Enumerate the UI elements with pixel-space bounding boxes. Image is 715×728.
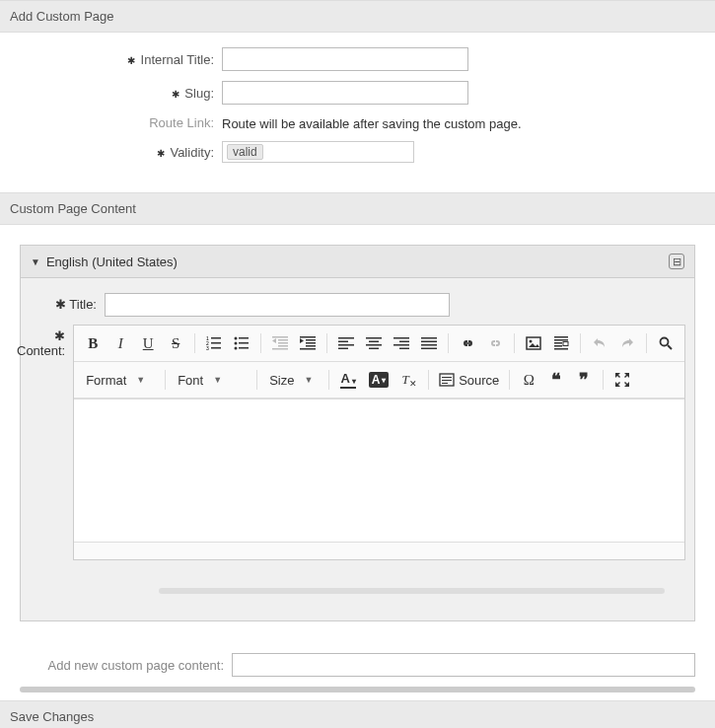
svg-rect-3	[211, 342, 221, 344]
collapse-icon[interactable]: ⊟	[669, 254, 684, 269]
strikethrough-button[interactable]: S	[163, 330, 188, 356]
svg-rect-45	[554, 339, 568, 341]
bullet-list-button[interactable]	[229, 330, 254, 356]
custom-page-content-body: ▼ English (United States) ⊟ ✱ Title: ✱ C…	[0, 225, 715, 641]
svg-line-51	[668, 345, 672, 349]
svg-text:3: 3	[206, 345, 209, 351]
internal-title-label: ✱ Internal Title:	[10, 52, 222, 67]
svg-rect-17	[272, 348, 288, 350]
accordion-header[interactable]: ▼ English (United States) ⊟	[20, 245, 695, 278]
format-dropdown[interactable]: Format▼	[80, 367, 159, 393]
svg-rect-35	[399, 348, 409, 350]
find-button[interactable]	[653, 330, 679, 356]
undo-button[interactable]	[587, 330, 612, 356]
svg-point-10	[235, 347, 238, 350]
svg-rect-38	[421, 344, 437, 346]
underline-button[interactable]: U	[135, 330, 161, 356]
svg-rect-49	[554, 348, 568, 350]
align-left-button[interactable]	[333, 330, 359, 356]
route-link-label: Route Link:	[10, 115, 222, 130]
svg-rect-32	[393, 337, 409, 339]
route-link-text: Route will be available after saving the…	[222, 114, 705, 131]
font-dropdown[interactable]: Font▼	[172, 367, 250, 393]
redo-button[interactable]	[614, 330, 640, 356]
svg-rect-53	[442, 377, 452, 378]
editor-horizontal-scrollbar[interactable]	[31, 588, 684, 596]
editor-toolbar-row-1: B I U S 123	[74, 326, 684, 362]
special-char-button[interactable]: Ω	[516, 367, 541, 393]
svg-marker-13	[272, 338, 276, 343]
numbered-list-button[interactable]: 123	[201, 330, 227, 356]
section-header-custom-page-content: Custom Page Content	[0, 192, 715, 225]
accordion-body: ✱ Title: ✱ Content: B I U S 123	[20, 278, 695, 621]
svg-rect-30	[366, 344, 382, 346]
svg-rect-16	[278, 345, 288, 347]
svg-rect-20	[306, 339, 316, 341]
slug-label: ✱ Slug:	[10, 86, 222, 101]
title-input[interactable]	[105, 293, 450, 317]
slug-input[interactable]	[222, 81, 468, 105]
svg-marker-19	[300, 338, 304, 343]
svg-rect-31	[369, 348, 379, 350]
svg-rect-33	[399, 341, 409, 343]
svg-rect-28	[366, 337, 382, 339]
svg-rect-47	[563, 342, 568, 346]
source-button[interactable]: Source	[435, 372, 503, 388]
link-button[interactable]	[455, 330, 480, 356]
rich-text-editor: B I U S 123	[73, 325, 685, 560]
svg-rect-34	[393, 344, 409, 346]
svg-rect-12	[272, 336, 288, 338]
svg-rect-27	[338, 348, 348, 350]
svg-rect-7	[239, 337, 249, 339]
svg-rect-29	[369, 341, 379, 343]
quote-right-button[interactable]: ❞	[571, 367, 597, 393]
chevron-down-icon: ▼	[31, 256, 40, 267]
svg-rect-48	[554, 345, 562, 347]
svg-rect-40	[465, 342, 470, 344]
remove-format-button[interactable]: T✕	[396, 367, 422, 393]
size-dropdown[interactable]: Size▼	[263, 367, 322, 393]
svg-rect-55	[442, 383, 448, 384]
indent-button[interactable]	[295, 330, 321, 356]
content-label: ✱ Content:	[17, 325, 73, 358]
align-right-button[interactable]	[389, 330, 414, 356]
svg-rect-39	[421, 348, 437, 350]
svg-rect-5	[211, 347, 221, 349]
validity-label: ✱ Validity:	[10, 145, 222, 160]
outdent-button[interactable]	[267, 330, 293, 356]
svg-rect-15	[278, 342, 288, 344]
editor-toolbar-row-2: Format▼ Font▼ Size▼ A▾ A▾ T✕ Source Ω	[74, 362, 684, 399]
svg-rect-1	[211, 337, 221, 339]
section-header-add-custom-page: Add Custom Page	[0, 0, 715, 33]
add-new-content-input[interactable]	[232, 653, 695, 677]
add-custom-page-form: ✱ Internal Title: ✱ Slug: Route Link: Ro…	[0, 33, 715, 192]
editor-footer	[74, 542, 684, 559]
media-button[interactable]	[548, 330, 574, 356]
svg-rect-54	[442, 380, 452, 381]
svg-rect-9	[239, 342, 249, 344]
validity-chip: valid	[227, 144, 263, 160]
svg-rect-14	[278, 339, 288, 341]
svg-point-6	[235, 337, 238, 340]
svg-rect-21	[306, 342, 316, 344]
editor-textarea[interactable]	[74, 399, 684, 542]
text-color-button[interactable]: A▾	[335, 367, 361, 393]
svg-point-42	[530, 340, 533, 343]
internal-title-input[interactable]	[222, 47, 468, 71]
align-center-button[interactable]	[361, 330, 387, 356]
unlink-button[interactable]	[482, 330, 508, 356]
section-horizontal-scrollbar[interactable]	[20, 687, 695, 692]
bg-color-button[interactable]: A▾	[363, 367, 394, 393]
align-justify-button[interactable]	[416, 330, 442, 356]
svg-rect-37	[421, 341, 437, 343]
svg-rect-46	[554, 342, 562, 344]
image-button[interactable]	[521, 330, 546, 356]
maximize-button[interactable]	[609, 367, 635, 393]
svg-rect-25	[338, 341, 348, 343]
italic-button[interactable]: I	[107, 330, 133, 356]
bold-button[interactable]: B	[80, 330, 106, 356]
quote-left-button[interactable]: ❝	[543, 367, 569, 393]
svg-rect-22	[306, 345, 316, 347]
add-new-content-label: Add new custom page content:	[20, 658, 232, 673]
validity-select[interactable]: valid	[222, 141, 414, 163]
